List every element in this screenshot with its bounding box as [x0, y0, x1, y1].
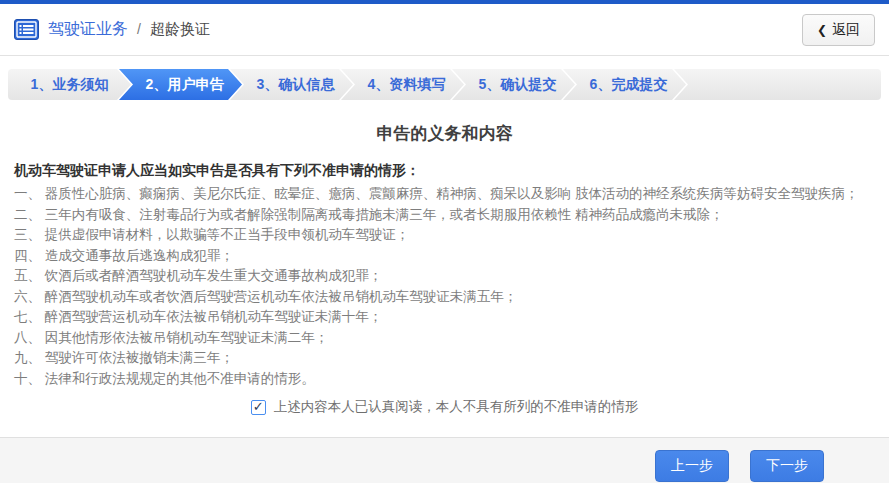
- footer: 上一步 下一步: [0, 437, 889, 483]
- breadcrumb-root-link[interactable]: 驾驶证业务: [48, 19, 128, 40]
- wizard-step-label: 6、完成提交: [590, 76, 668, 94]
- declaration-item: 五、 饮酒后或者醉酒驾驶机动车发生重大交通事故构成犯罪；: [14, 266, 875, 287]
- confirm-row: ✓ 上述内容本人已认真阅读，本人不具有所列的不准申请的情形: [14, 398, 875, 416]
- back-button-label: 返回: [832, 21, 860, 39]
- check-icon: ✓: [253, 400, 264, 413]
- chevron-left-icon: ❮: [817, 23, 827, 37]
- declaration-item: 八、 因其他情形依法被吊销机动车驾驶证未满二年；: [14, 328, 875, 349]
- breadcrumb-separator: /: [137, 21, 141, 37]
- back-button[interactable]: ❮ 返回: [802, 14, 875, 46]
- step-wizard: 1、业务须知 2、用户申告 3、确认信息 4、资料填写 5、确认提交 6、完成提…: [8, 69, 881, 100]
- declaration-list: 一、 器质性心脏病、癫痫病、美尼尔氏症、眩晕症、癔病、震颤麻痹、精神病、痴呆以及…: [14, 184, 875, 389]
- wizard-step-label: 2、用户申告: [146, 76, 224, 94]
- wizard-step-6: 6、完成提交: [563, 69, 686, 100]
- declaration-item: 三、 提供虚假申请材料，以欺骗等不正当手段申领机动车驾驶证；: [14, 225, 875, 246]
- previous-step-button[interactable]: 上一步: [655, 450, 729, 482]
- declaration-item: 六、 醉酒驾驶机动车或者饮酒后驾驶营运机动车依法被吊销机动车驾驶证未满五年；: [14, 287, 875, 308]
- wizard-step-1: 1、业务须知: [8, 69, 131, 100]
- declaration-item: 十、 法律和行政法规规定的其他不准申请的情形。: [14, 369, 875, 390]
- breadcrumb: 驾驶证业务 / 超龄换证: [48, 19, 210, 40]
- declaration-item: 一、 器质性心脏病、癫痫病、美尼尔氏症、眩晕症、癔病、震颤麻痹、精神病、痴呆以及…: [14, 184, 875, 205]
- wizard-step-5: 5、确认提交: [452, 69, 575, 100]
- declaration-item: 九、 驾驶许可依法被撤销未满三年；: [14, 348, 875, 369]
- breadcrumb-current: 超龄换证: [150, 20, 210, 39]
- wizard-step-label: 1、业务须知: [31, 76, 109, 94]
- header: 驾驶证业务 / 超龄换证 ❮ 返回: [0, 4, 889, 56]
- wizard-step-2-active: 2、用户申告: [119, 69, 242, 100]
- declaration-checkbox-label[interactable]: 上述内容本人已认真阅读，本人不具有所列的不准申请的情形: [274, 398, 639, 416]
- declaration-item: 七、 醉酒驾驶营运机动车依法被吊销机动车驾驶证未满十年；: [14, 307, 875, 328]
- declaration-intro: 机动车驾驶证申请人应当如实申告是否具有下列不准申请的情形：: [14, 160, 875, 181]
- declaration-item: 四、 造成交通事故后逃逸构成犯罪；: [14, 246, 875, 267]
- wizard-step-4: 4、资料填写: [341, 69, 464, 100]
- next-step-button[interactable]: 下一步: [750, 450, 824, 482]
- declaration-content: 申告的义务和内容 机动车驾驶证申请人应当如实申告是否具有下列不准申请的情形： 一…: [0, 122, 889, 416]
- list-form-icon: [14, 19, 39, 40]
- wizard-step-3: 3、确认信息: [230, 69, 353, 100]
- wizard-step-label: 5、确认提交: [479, 76, 557, 94]
- page: 驾驶证业务 / 超龄换证 ❮ 返回 1、业务须知 2、用户申告 3、确认信息 4…: [0, 0, 889, 483]
- wizard-filler: [674, 69, 881, 100]
- declaration-checkbox[interactable]: ✓: [251, 400, 266, 415]
- wizard-step-label: 3、确认信息: [257, 76, 335, 94]
- declaration-item: 二、 三年内有吸食、注射毒品行为或者解除强制隔离戒毒措施未满三年，或者长期服用依…: [14, 205, 875, 226]
- page-title: 申告的义务和内容: [14, 122, 875, 145]
- wizard-step-label: 4、资料填写: [368, 76, 446, 94]
